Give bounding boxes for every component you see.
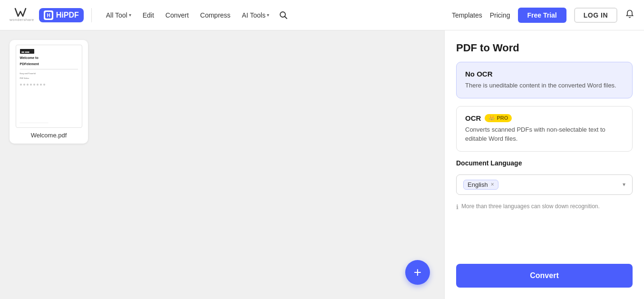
thumb-divider [20,69,78,69]
free-trial-button[interactable]: Free Trial [518,8,566,23]
nav-ai-tools-label: AI Tools [242,11,266,19]
thumb-header: ■■ ■■■ [20,49,78,54]
document-language-label: Document Language [456,159,633,167]
search-button[interactable] [276,8,291,23]
svg-text:■■ ■■■: ■■ ■■■ [21,50,29,53]
thumb-dot [23,84,25,86]
templates-link[interactable]: Templates [452,11,482,19]
convert-button[interactable]: Convert [456,264,633,288]
login-button[interactable]: LOG IN [574,8,617,23]
thumb-logo: ■■ ■■■ [20,49,34,54]
language-tags: English × [463,180,498,190]
svg-text:H: H [47,13,50,18]
document-language-section: Document Language [456,159,633,167]
file-workspace: ■■ ■■■ Welcome to PDFelement Easy and Po… [0,30,444,299]
language-hint-text: More than three languages can slow down … [461,203,600,211]
hipdf-icon: H [44,10,53,20]
main-content: ■■ ■■■ Welcome to PDFelement Easy and Po… [0,30,644,299]
thumb-text2: PDF Editor [20,77,78,80]
right-panel: PDF to Word No OCR There is uneditable c… [444,30,644,299]
thumb-dot [33,84,35,86]
wondershare-label: wondershare [10,18,34,22]
thumb-dot [43,84,45,86]
nav-compress-label: Compress [200,11,231,19]
nav-all-tool[interactable]: All Tool ▾ [101,9,136,22]
panel-title: PDF to Word [456,42,633,54]
wondershare-logo: wondershare [10,8,34,22]
pro-badge: 👑 PRO [485,114,512,122]
pricing-link[interactable]: Pricing [490,11,510,19]
nav-compress[interactable]: Compress [195,9,235,22]
nav-edit[interactable]: Edit [138,9,159,22]
file-card: ■■ ■■■ Welcome to PDFelement Easy and Po… [10,40,88,144]
chevron-down-icon: ▾ [623,181,625,188]
thumb-dots [20,84,78,86]
thumb-bottom-text: ——————————————— [20,121,78,124]
bell-icon[interactable] [625,9,634,21]
no-ocr-option[interactable]: No OCR There is uneditable content in th… [456,62,633,98]
file-thumbnail: ■■ ■■■ Welcome to PDFelement Easy and Po… [16,45,82,128]
thumb-title2: PDFelement [20,62,78,66]
language-hint: ℹ More than three languages can slow dow… [456,203,633,212]
plus-icon: + [414,266,421,279]
nav-ai-tools[interactable]: AI Tools ▾ [237,9,274,22]
chevron-down-icon: ▾ [129,12,131,18]
main-nav: All Tool ▾ Edit Convert Compress AI Tool… [101,8,448,23]
ocr-desc: Converts scanned PDFs with non-selectabl… [465,125,624,144]
add-file-button[interactable]: + [405,260,430,285]
chevron-down-icon-ai: ▾ [267,12,269,18]
file-name: Welcome.pdf [14,132,83,139]
thumb-dot [20,84,22,86]
language-tag-english: English × [463,180,498,190]
nav-all-tool-label: All Tool [106,11,127,19]
nav-convert-label: Convert [166,11,189,19]
ocr-title: OCR 👑 PRO [465,114,624,122]
nav-convert[interactable]: Convert [161,9,194,22]
no-ocr-title: No OCR [465,70,624,78]
language-tag-label: English [468,181,488,188]
brand-area: wondershare H HiPDF [10,8,92,22]
thumb-dot [40,84,42,86]
header: wondershare H HiPDF All Tool ▾ Edit Conv… [0,0,644,30]
nav-edit-label: Edit [143,11,154,19]
thumb-dot [30,84,32,86]
ws-icon [14,8,29,18]
header-right: Templates Pricing Free Trial LOG IN [452,8,634,23]
thumb-text1: Easy and Powerful [20,72,78,75]
thumb-dot [37,84,39,86]
info-icon: ℹ [456,203,459,212]
ocr-option[interactable]: OCR 👑 PRO Converts scanned PDFs with non… [456,106,633,152]
language-select[interactable]: English × ▾ [456,174,633,195]
thumb-title: Welcome to [20,56,78,60]
language-remove-icon[interactable]: × [491,181,494,188]
hipdf-label: HiPDF [56,11,79,19]
hipdf-logo[interactable]: H HiPDF [39,8,84,22]
no-ocr-desc: There is uneditable content in the conve… [465,81,624,90]
thumb-dot [27,84,29,86]
svg-line-3 [285,16,287,19]
